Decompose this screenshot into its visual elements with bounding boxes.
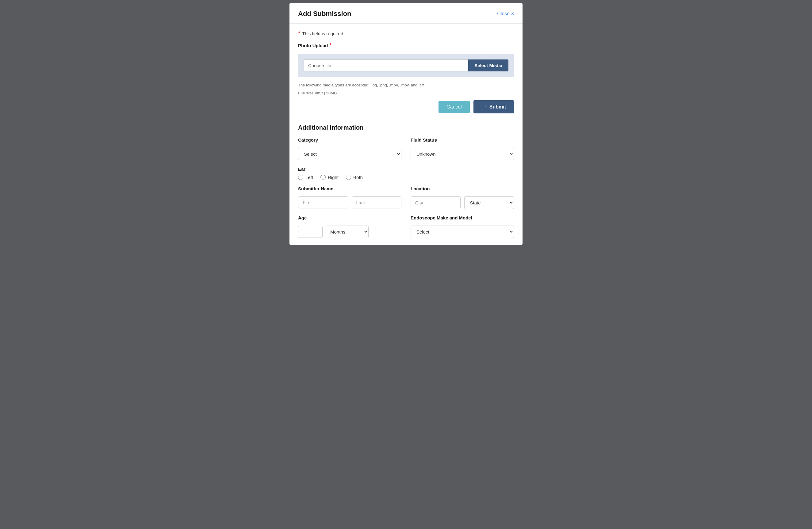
endoscope-label: Endoscope Make and Model bbox=[410, 215, 514, 220]
modal-header: Add Submission Close × bbox=[289, 3, 523, 24]
modal-title: Add Submission bbox=[298, 10, 351, 18]
file-size-hint: File size limit | 50MB bbox=[298, 91, 514, 95]
age-endoscope-row: Age Months Years Days Endoscope Make and… bbox=[298, 215, 514, 238]
media-types-hint: The following media types are accepted: … bbox=[298, 83, 514, 87]
required-note-text: This field is required. bbox=[302, 31, 344, 36]
endoscope-field: Endoscope Make and Model Select Model A … bbox=[410, 215, 514, 238]
photo-upload-label: Photo Upload * bbox=[298, 42, 514, 49]
category-select[interactable]: Select Category A Category B Category C bbox=[298, 148, 402, 160]
add-submission-modal: Add Submission Close × * This field is r… bbox=[289, 3, 523, 245]
close-button[interactable]: Close × bbox=[497, 11, 514, 17]
additional-info-title: Additional Information bbox=[298, 124, 514, 131]
photo-upload-field: Photo Upload * Choose file Select Media … bbox=[298, 42, 514, 95]
city-input[interactable] bbox=[410, 196, 461, 209]
section-divider bbox=[298, 118, 514, 118]
category-label: Category bbox=[298, 137, 402, 143]
age-label: Age bbox=[298, 215, 402, 220]
first-name-input[interactable] bbox=[298, 196, 348, 208]
ear-right-radio[interactable] bbox=[320, 175, 326, 180]
ear-radio-group: Left Right Both bbox=[298, 175, 514, 180]
submit-button[interactable]: → Submit bbox=[474, 100, 514, 113]
ear-both-radio[interactable] bbox=[346, 175, 351, 180]
name-input-grid bbox=[298, 196, 402, 208]
category-field: Category Select Category A Category B Ca… bbox=[298, 137, 402, 160]
choose-file-text: Choose file bbox=[308, 63, 331, 68]
submitter-name-field: Submitter Name bbox=[298, 186, 402, 209]
select-media-button[interactable]: Select Media bbox=[468, 59, 508, 71]
name-location-row: Submitter Name Location State AL AK bbox=[298, 186, 514, 209]
fluid-status-select[interactable]: Unknown Wet Dry Moist bbox=[410, 148, 514, 160]
ear-section: Ear Left Right Both bbox=[298, 166, 514, 180]
ear-both-label: Both bbox=[353, 175, 363, 180]
submit-label: Submit bbox=[489, 104, 506, 110]
required-star-icon: * bbox=[298, 30, 300, 37]
modal-overlay: Add Submission Close × * This field is r… bbox=[0, 0, 812, 529]
ear-left-radio[interactable] bbox=[298, 175, 303, 180]
age-number-input[interactable] bbox=[298, 226, 323, 238]
action-row: Cancel → Submit bbox=[298, 95, 514, 116]
submit-arrow-icon: → bbox=[481, 104, 487, 110]
ear-right-label: Right bbox=[328, 175, 338, 180]
fluid-status-label: Fluid Status bbox=[410, 137, 514, 143]
endoscope-select[interactable]: Select Model A Model B bbox=[410, 225, 514, 238]
state-select[interactable]: State AL AK AZ CA CO bbox=[464, 196, 514, 209]
location-label: Location bbox=[410, 186, 514, 191]
age-field: Age Months Years Days bbox=[298, 215, 402, 238]
fluid-status-field: Fluid Status Unknown Wet Dry Moist bbox=[410, 137, 514, 160]
ear-left-label: Left bbox=[305, 175, 313, 180]
file-name-display: Choose file bbox=[304, 59, 468, 71]
last-name-input[interactable] bbox=[352, 196, 402, 208]
ear-label: Ear bbox=[298, 166, 514, 172]
upload-area: Choose file Select Media bbox=[298, 54, 514, 77]
required-note: * This field is required. bbox=[298, 30, 514, 37]
ear-both-option[interactable]: Both bbox=[346, 175, 363, 180]
ear-right-option[interactable]: Right bbox=[320, 175, 338, 180]
photo-upload-required-star: * bbox=[330, 42, 332, 49]
cancel-button[interactable]: Cancel bbox=[438, 101, 470, 113]
location-field: Location State AL AK AZ CA CO bbox=[410, 186, 514, 209]
age-input-grid: Months Years Days bbox=[298, 225, 402, 238]
category-fluid-row: Category Select Category A Category B Ca… bbox=[298, 137, 514, 160]
age-unit-select[interactable]: Months Years Days bbox=[326, 225, 368, 238]
file-input-row: Choose file Select Media bbox=[304, 59, 508, 71]
ear-left-option[interactable]: Left bbox=[298, 175, 313, 180]
submitter-name-label: Submitter Name bbox=[298, 186, 402, 191]
location-input-grid: State AL AK AZ CA CO bbox=[410, 196, 514, 209]
modal-body: * This field is required. Photo Upload *… bbox=[289, 24, 523, 245]
